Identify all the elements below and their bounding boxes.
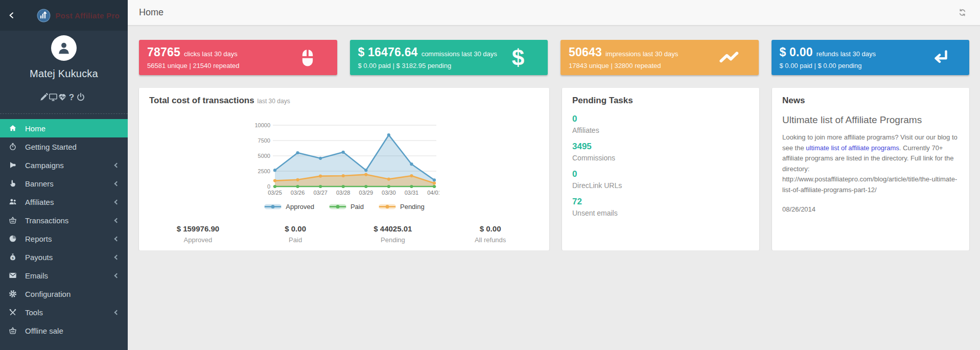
- sidebar-item-transactions[interactable]: Transactions: [0, 211, 128, 229]
- return-icon: [929, 48, 950, 68]
- stat-value: $ 0.00: [780, 45, 813, 59]
- sidebar-item-campaigns[interactable]: Campaigns: [0, 156, 128, 174]
- sidebar-item-label: Reports: [25, 235, 115, 243]
- sidebar-item-configuration[interactable]: Configuration: [0, 285, 128, 303]
- chart-legend: ApprovedPaidPending: [264, 203, 424, 211]
- sidebar-item-label: Affiliates: [25, 198, 115, 206]
- task-label: DirecLink URLs: [572, 181, 749, 190]
- chart-title-sub: last 30 days: [258, 98, 290, 105]
- sidebar-item-label: Campaigns: [25, 161, 115, 170]
- task-label: Affiliates: [572, 126, 749, 134]
- task-count[interactable]: 3495: [572, 142, 749, 152]
- legend-item-approved[interactable]: Approved: [264, 203, 314, 211]
- trend-icon: [718, 48, 740, 68]
- total-value: $ 44025.01: [344, 224, 442, 233]
- total-pending: $ 44025.01Pending: [344, 224, 442, 244]
- power-icon[interactable]: [76, 92, 85, 102]
- sidebar-item-label: Emails: [25, 271, 115, 280]
- stat-value: 50643: [569, 45, 602, 59]
- bullhorn-icon: [8, 161, 17, 169]
- monitor-icon[interactable]: [49, 92, 58, 102]
- svg-text:03/28: 03/28: [336, 190, 350, 196]
- stat-value: $ 16476.64: [358, 45, 418, 59]
- sidebar-item-label: Payouts: [25, 253, 115, 262]
- collapse-sidebar-button[interactable]: [8, 10, 15, 21]
- user-profile: Matej Kukucka ?: [0, 31, 128, 102]
- total-label: Pending: [344, 236, 442, 244]
- sidebar-item-label: Offline sale: [25, 326, 121, 335]
- stat-card-refunds[interactable]: $ 0.00refunds last 30 days$ 0.00 paid | …: [772, 40, 970, 75]
- users-icon: [8, 198, 17, 206]
- page-title: Home: [139, 7, 164, 18]
- news-link[interactable]: ultimate list of affiliate programs: [806, 144, 899, 152]
- task-commissions: 3495Commissions: [572, 142, 749, 162]
- heart-pulse-icon[interactable]: [58, 92, 67, 102]
- envelope-icon: [8, 271, 17, 279]
- gear-icon: [8, 290, 17, 298]
- chart-title-text: Total cost of transactions: [149, 96, 254, 105]
- pending-tasks-list: 0Affiliates3495Commissions0DirecLink URL…: [572, 114, 749, 217]
- chevron-icon: [114, 310, 120, 315]
- legend-marker-icon: [378, 203, 396, 210]
- question-icon[interactable]: ?: [67, 92, 76, 102]
- task-count[interactable]: 72: [572, 197, 749, 207]
- dollar-icon: $: [507, 48, 529, 68]
- avatar[interactable]: [51, 35, 77, 61]
- pencil-icon[interactable]: [39, 92, 49, 102]
- cards-row: Total cost of transactionslast 30 days 0…: [139, 88, 969, 250]
- svg-text:2500: 2500: [258, 168, 270, 174]
- svg-text:03/26: 03/26: [290, 190, 305, 196]
- svg-text:7500: 7500: [258, 137, 270, 144]
- stat-value: 78765: [147, 45, 180, 59]
- task-unsent-emails: 72Unsent emails: [572, 197, 749, 217]
- sidebar-item-home[interactable]: Home: [0, 119, 128, 137]
- total-value: $ 0.00: [247, 224, 344, 233]
- legend-marker-icon: [264, 203, 282, 210]
- app-logo[interactable]: Post Affiliate Pro: [37, 9, 120, 22]
- chevron-icon: [114, 273, 120, 278]
- chevron-icon: [114, 218, 120, 223]
- app-window: Post Affiliate Pro Matej Kukucka ? HomeG…: [0, 0, 980, 350]
- sidebar-divider: [0, 113, 128, 114]
- main-area: Home 78765clicks last 30 days56581 uniqu…: [128, 0, 980, 350]
- chevron-icon: [114, 236, 120, 241]
- pie-chart-icon: [8, 235, 17, 243]
- stat-cards-row: 78765clicks last 30 days56581 unique | 2…: [139, 40, 969, 75]
- legend-item-paid[interactable]: Paid: [329, 203, 364, 211]
- stat-label: commissions last 30 days: [422, 50, 497, 58]
- svg-text:0: 0: [267, 183, 270, 190]
- sidebar-item-label: Tools: [25, 308, 115, 317]
- chart-card: Total cost of transactionslast 30 days 0…: [139, 88, 549, 250]
- sidebar-item-label: Transactions: [25, 216, 115, 225]
- stat-card-clicks[interactable]: 78765clicks last 30 days56581 unique | 2…: [139, 40, 337, 75]
- tools-icon: [8, 308, 17, 316]
- chart-plot: 02500500075001000003/2503/2603/2703/2803…: [249, 121, 439, 201]
- quick-actions: ?: [26, 92, 102, 102]
- refresh-icon[interactable]: [958, 8, 967, 17]
- task-affiliates: 0Affiliates: [572, 114, 749, 134]
- sidebar-item-emails[interactable]: Emails: [0, 266, 128, 285]
- sidebar-item-payouts[interactable]: $Payouts: [0, 248, 128, 266]
- task-count[interactable]: 0: [572, 169, 749, 179]
- legend-label: Paid: [351, 203, 364, 211]
- basket-icon: [8, 216, 17, 224]
- legend-item-pending[interactable]: Pending: [378, 203, 425, 211]
- svg-text:03/27: 03/27: [313, 190, 328, 196]
- svg-text:03/29: 03/29: [359, 190, 373, 196]
- sidebar-item-reports[interactable]: Reports: [0, 229, 128, 248]
- sidebar-item-getting-started[interactable]: Getting Started: [0, 137, 128, 156]
- sidebar-item-tools[interactable]: Tools: [0, 303, 128, 321]
- sidebar-header: Post Affiliate Pro: [0, 0, 128, 31]
- sidebar-item-offline-sale[interactable]: Offline sale: [0, 321, 128, 340]
- stat-card-impressions[interactable]: 50643impressions last 30 days17843 uniqu…: [561, 40, 759, 75]
- stat-card-commissions[interactable]: $ 16476.64commissions last 30 days$ 0.00…: [350, 40, 548, 75]
- total-paid: $ 0.00Paid: [247, 224, 344, 244]
- chevron-icon: [114, 199, 120, 204]
- task-count[interactable]: 0: [572, 114, 749, 124]
- hand-pointer-icon: [8, 179, 17, 188]
- chevron-icon: [114, 162, 120, 168]
- svg-text:04/01: 04/01: [427, 190, 439, 196]
- sidebar-item-label: Home: [25, 124, 121, 133]
- sidebar-item-affiliates[interactable]: Affiliates: [0, 193, 128, 211]
- sidebar-item-banners[interactable]: Banners: [0, 174, 128, 193]
